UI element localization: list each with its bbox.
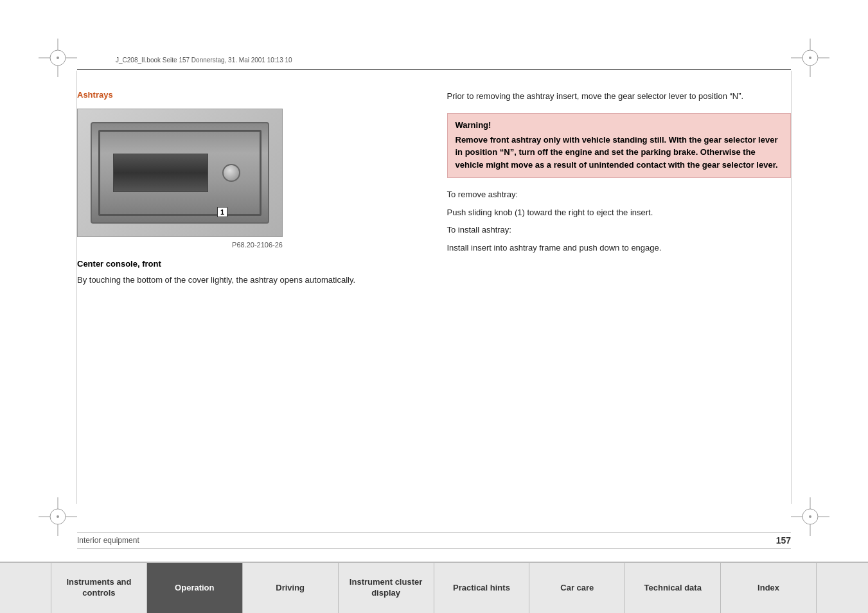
ashtray-inner	[91, 122, 269, 224]
intro-text: Prior to removing the ashtray insert, mo…	[447, 90, 792, 103]
tab-instruments-and-controls[interactable]: Instruments and controls	[51, 563, 147, 613]
image-label-1: 1	[217, 207, 227, 217]
tab-operation[interactable]: Operation	[147, 563, 243, 613]
instruction-remove-text: Push sliding knob (1) toward the right t…	[447, 206, 792, 219]
tab-index[interactable]: Index	[721, 563, 817, 613]
tab-instrument-cluster-display[interactable]: Instrument cluster display	[339, 563, 434, 613]
ashtray-image: 1	[77, 109, 283, 237]
tab-practical-hints[interactable]: Practical hints	[434, 563, 530, 613]
corner-mark-tl	[39, 39, 77, 77]
main-content: Ashtrays 1 P68.20-2106-26 Center console…	[77, 77, 791, 504]
corner-mark-br	[791, 497, 829, 536]
vertical-line-right	[791, 71, 792, 504]
page-section-label: Interior equipment	[77, 536, 139, 545]
warning-text: Remove front ashtray only with vehicle s…	[456, 134, 783, 172]
section-title: Ashtrays	[77, 90, 421, 100]
nav-tab-right-spacer	[817, 563, 868, 613]
warning-title: Warning!	[456, 120, 783, 130]
left-column: Ashtrays 1 P68.20-2106-26 Center console…	[77, 77, 421, 504]
instruction-install-title: To install ashtray:	[447, 224, 792, 236]
instruction-install-text: Install insert into ashtray frame and pu…	[447, 242, 792, 254]
corner-mark-bl	[39, 497, 77, 536]
tab-driving[interactable]: Driving	[243, 563, 339, 613]
instruction-remove-title: To remove ashtray:	[447, 188, 792, 201]
svg-point-13	[57, 515, 59, 518]
ashtray-frame	[98, 130, 261, 216]
header-bar	[77, 69, 791, 70]
tab-car-care[interactable]: Car care	[529, 563, 625, 613]
svg-point-19	[809, 515, 811, 518]
warning-box: Warning! Remove front ashtray only with …	[447, 113, 792, 179]
svg-point-7	[809, 57, 811, 59]
nav-tab-left-spacer	[0, 563, 51, 613]
image-caption: P68.20-2106-26	[77, 241, 283, 249]
header-file-info: J_C208_II.book Seite 157 Donnerstag, 31.…	[116, 57, 292, 64]
page-number: 157	[776, 535, 791, 546]
ashtray-knob	[222, 164, 240, 182]
ashtray-slot	[113, 154, 208, 192]
tab-technical-data[interactable]: Technical data	[625, 563, 721, 613]
subsection-title: Center console, front	[77, 259, 421, 269]
corner-mark-tr	[791, 39, 829, 77]
svg-point-1	[57, 57, 59, 59]
nav-tabs: Instruments and controls Operation Drivi…	[0, 562, 868, 613]
page-info-bar: Interior equipment 157	[77, 532, 791, 549]
right-column: Prior to removing the ashtray insert, mo…	[447, 77, 792, 504]
body-text: By touching the bottom of the cover ligh…	[77, 274, 421, 287]
